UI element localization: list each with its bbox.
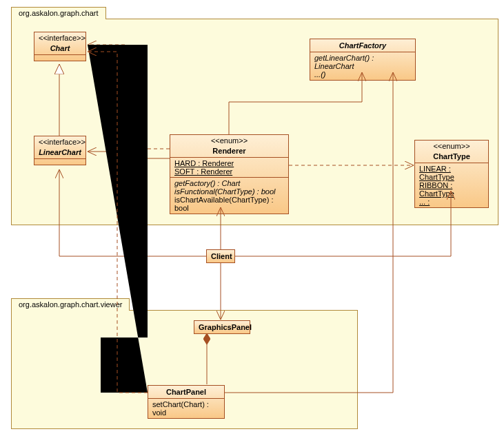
chartfactory-op-0: getLinearChart() : LinearChart bbox=[314, 54, 411, 70]
chartfactory-name: ChartFactory bbox=[310, 39, 415, 52]
class-client[interactable]: Client bbox=[206, 249, 235, 263]
linearchart-name: LinearChart bbox=[34, 146, 85, 158]
renderer-op-1: isFunctional(ChartType) : bool bbox=[174, 187, 284, 196]
chart-name: Chart bbox=[34, 42, 85, 54]
charttype-attr-0: LINEAR : ChartType bbox=[419, 165, 484, 181]
chart-stereo: <<interface>> bbox=[34, 32, 85, 42]
client-name: Client bbox=[207, 250, 234, 262]
renderer-attr-1: SOFT : Renderer bbox=[174, 167, 284, 176]
class-renderer[interactable]: <<enum>> Renderer HARD : Renderer SOFT :… bbox=[170, 134, 289, 214]
renderer-name: Renderer bbox=[170, 145, 288, 157]
class-chartfactory[interactable]: ChartFactory getLinearChart() : LinearCh… bbox=[310, 39, 416, 81]
renderer-stereo: <<enum>> bbox=[170, 135, 288, 145]
class-charttype[interactable]: <<enum>> ChartType LINEAR : ChartType RI… bbox=[414, 140, 489, 208]
charttype-stereo: <<enum>> bbox=[415, 141, 488, 150]
class-graphicspanel[interactable]: GraphicsPanel bbox=[194, 320, 250, 334]
linearchart-stereo: <<interface>> bbox=[34, 136, 85, 146]
charttype-attr-1: RIBBON : ChartType bbox=[419, 181, 484, 198]
graphicspanel-name: GraphicsPanel bbox=[194, 321, 250, 333]
class-chartpanel[interactable]: ChartPanel setChart(Chart) : void bbox=[148, 385, 225, 419]
renderer-attr-0: HARD : Renderer bbox=[174, 159, 284, 167]
class-chart[interactable]: <<interface>> Chart bbox=[34, 32, 86, 61]
package-chart-tab: org.askalon.graph.chart bbox=[11, 7, 106, 19]
charttype-name: ChartType bbox=[415, 150, 488, 163]
chartpanel-name: ChartPanel bbox=[148, 386, 224, 398]
renderer-op-0: getFactory() : Chart bbox=[174, 179, 284, 187]
class-linearchart[interactable]: <<interface>> LinearChart bbox=[34, 136, 86, 165]
package-viewer-tab: org.askalon.graph.chart.viewer bbox=[11, 298, 130, 311]
chartfactory-op-1: ...() bbox=[314, 70, 411, 79]
chartpanel-op-0: setChart(Chart) : void bbox=[152, 400, 220, 417]
charttype-attr-2: ... : bbox=[419, 198, 484, 206]
renderer-op-2: isChartAvailable(ChartType) : bool bbox=[174, 196, 284, 212]
package-chart-name: org.askalon.graph.chart bbox=[19, 9, 99, 17]
package-viewer-name: org.askalon.graph.chart.viewer bbox=[19, 300, 122, 309]
